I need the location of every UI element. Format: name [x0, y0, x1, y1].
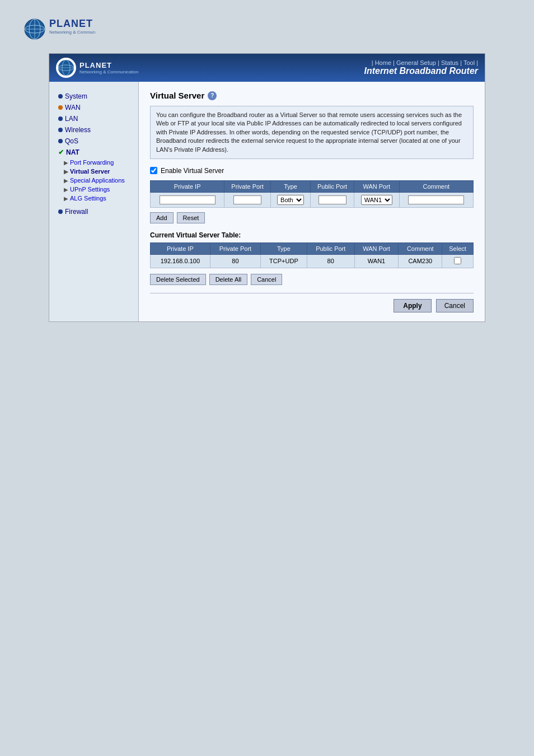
header-brand-text: PLANET Networking & Communication [79, 61, 138, 74]
table-row: 192.168.0.100 80 TCP+UDP 80 WAN1 CAM230 [151, 254, 474, 268]
apply-button[interactable]: Apply [394, 299, 431, 312]
arrow-icon-sa: ▶ [64, 178, 68, 184]
add-config-table: Private IP Private Port Type Public Port… [150, 180, 474, 208]
delete-selected-button[interactable]: Delete Selected [150, 274, 206, 285]
cell-wan-port: WAN1 [354, 254, 399, 268]
cth-comment: Comment [399, 242, 442, 254]
sidebar-subitem-alg[interactable]: ▶ ALG Settings [62, 194, 138, 203]
td-private-ip-input [151, 192, 224, 207]
cell-select [442, 254, 474, 268]
sidebar-subitem-special-apps[interactable]: ▶ Special Applications [62, 176, 138, 185]
th-private-port: Private Port [224, 180, 271, 192]
planet-logo-top: PLANET Networking & Communication [22, 17, 95, 42]
table-action-btn-row: Delete Selected Delete All Cancel [150, 274, 474, 285]
td-type-select: Both TCP UDP [270, 192, 310, 207]
th-comment: Comment [399, 180, 473, 192]
th-type: Type [270, 180, 310, 192]
td-private-port-input [224, 192, 271, 207]
sidebar-item-firewall[interactable]: Firewall [49, 206, 138, 217]
reset-button[interactable]: Reset [177, 212, 205, 223]
arrow-icon: ▶ [64, 160, 68, 166]
check-nat: ✔ [58, 148, 64, 156]
private-port-input[interactable] [233, 195, 261, 204]
svg-text:PLANET: PLANET [49, 18, 93, 29]
sidebar-subitem-port-forwarding[interactable]: ▶ Port Forwarding [62, 158, 138, 167]
cancel-table-button[interactable]: Cancel [251, 274, 282, 285]
bullet-wan [58, 105, 63, 110]
bullet-wireless [58, 128, 63, 132]
comment-input[interactable] [408, 195, 464, 204]
cell-type: TCP+UDP [261, 254, 307, 268]
main-container: PLANET Networking & Communication | Home… [49, 53, 485, 322]
add-form-row: Both TCP UDP WAN1 WAN2 [151, 192, 474, 207]
arrow-icon-vs: ▶ [64, 169, 68, 175]
svg-text:Networking & Communication: Networking & Communication [49, 30, 95, 35]
add-reset-btn-row: Add Reset [150, 212, 474, 223]
enable-row: Enable Virtual Server [150, 167, 474, 175]
cancel-button[interactable]: Cancel [436, 299, 474, 312]
header-right: | Home | General Setup | Status | Tool |… [364, 59, 478, 76]
sidebar-item-system[interactable]: System [49, 91, 138, 102]
cth-select: Select [442, 242, 474, 254]
header-bar: PLANET Networking & Communication | Home… [49, 54, 485, 82]
sidebar-subitem-upnp[interactable]: ▶ UPnP Settings [62, 185, 138, 194]
th-private-ip: Private IP [151, 180, 224, 192]
type-select[interactable]: Both TCP UDP [277, 195, 304, 205]
private-ip-input[interactable] [160, 195, 216, 204]
cell-private-ip: 192.168.0.100 [151, 254, 210, 268]
sidebar-item-nat[interactable]: ✔ NAT [49, 147, 138, 158]
public-port-input[interactable] [318, 195, 346, 204]
bullet-lan [58, 116, 63, 121]
header-title: Internet Broadband Router [364, 66, 478, 76]
th-wan-port: WAN Port [354, 180, 399, 192]
arrow-icon-upnp: ▶ [64, 186, 68, 193]
top-logo-area: PLANET Networking & Communication [11, 11, 523, 53]
nat-submenu: ▶ Port Forwarding ▶ Virtual Server ▶ Spe… [49, 158, 138, 203]
main-panel: Virtual Server ? You can configure the B… [139, 82, 485, 321]
sidebar: System WAN LAN Wireless QoS ✔ NAT [49, 82, 139, 321]
sidebar-item-lan[interactable]: LAN [49, 113, 138, 124]
wan-port-select[interactable]: WAN1 WAN2 [361, 195, 392, 205]
bullet-qos [58, 139, 63, 143]
bullet-firewall [58, 209, 63, 214]
cth-private-ip: Private IP [151, 242, 210, 254]
cell-public-port: 80 [307, 254, 354, 268]
td-wan-port-select: WAN1 WAN2 [354, 192, 399, 207]
content-wrapper: System WAN LAN Wireless QoS ✔ NAT [49, 82, 485, 321]
cth-wan-port: WAN Port [354, 242, 399, 254]
page-title: Virtual Server ? [150, 91, 474, 100]
cth-type: Type [261, 242, 307, 254]
arrow-icon-alg: ▶ [64, 195, 68, 202]
header-planet-globe [56, 58, 76, 78]
header-nav: | Home | General Setup | Status | Tool | [364, 59, 478, 66]
cth-private-port: Private Port [210, 242, 260, 254]
add-button[interactable]: Add [150, 212, 174, 223]
nav-home[interactable]: Home [375, 59, 391, 66]
row-select-checkbox[interactable] [454, 257, 461, 264]
th-public-port: Public Port [311, 180, 354, 192]
help-icon[interactable]: ? [208, 91, 217, 100]
cell-private-port: 80 [210, 254, 260, 268]
td-public-port-input [311, 192, 354, 207]
cth-public-port: Public Port [307, 242, 354, 254]
enable-virtual-server-label: Enable Virtual Server [161, 167, 224, 175]
sidebar-subitem-virtual-server[interactable]: ▶ Virtual Server [62, 167, 138, 176]
description-box: You can configure the Broadband router a… [150, 106, 474, 159]
nav-tool[interactable]: Tool [463, 59, 475, 66]
bullet-system [58, 94, 63, 99]
nav-status[interactable]: Status [441, 59, 458, 66]
header-logo: PLANET Networking & Communication [56, 58, 138, 78]
bottom-btn-row: Apply Cancel [150, 293, 474, 312]
sidebar-item-qos[interactable]: QoS [49, 136, 138, 147]
enable-virtual-server-checkbox[interactable] [150, 167, 157, 174]
sidebar-item-wan[interactable]: WAN [49, 102, 138, 113]
current-virtual-server-table: Private IP Private Port Type Public Port… [150, 242, 474, 268]
delete-all-button[interactable]: Delete All [209, 274, 247, 285]
sidebar-item-wireless[interactable]: Wireless [49, 124, 138, 136]
current-table-title: Current Virtual Server Table: [150, 231, 474, 239]
nav-general-setup[interactable]: General Setup [396, 59, 436, 66]
td-comment-input [399, 192, 473, 207]
cell-comment: CAM230 [399, 254, 442, 268]
